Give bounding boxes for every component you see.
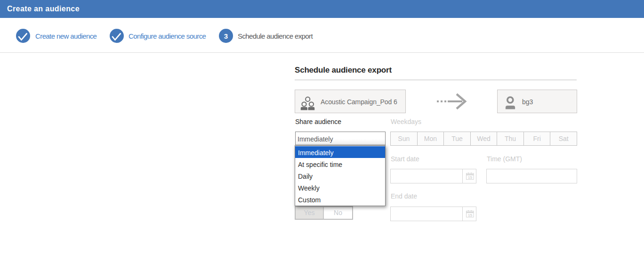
svg-text:15: 15 xyxy=(468,213,472,217)
svg-text:15: 15 xyxy=(468,175,472,180)
